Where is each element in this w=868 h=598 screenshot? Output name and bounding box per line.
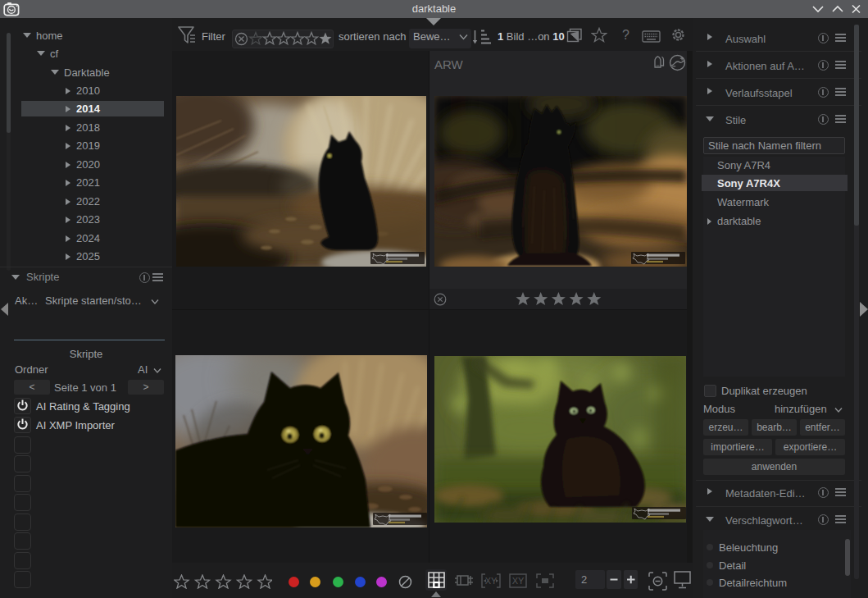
svg-text:XY: XY bbox=[512, 576, 525, 586]
svg-text:XY: XY bbox=[485, 576, 498, 586]
